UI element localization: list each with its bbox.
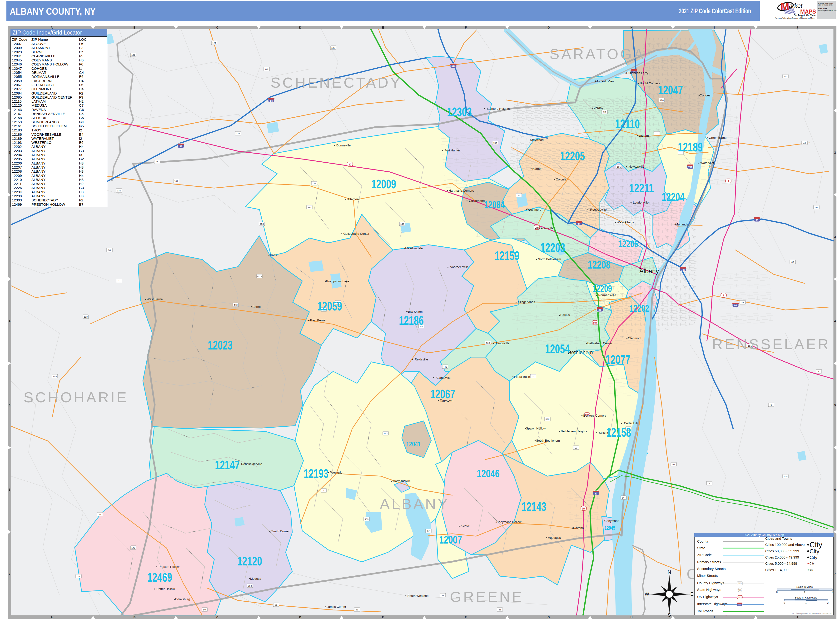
svg-text:State Highways: State Highways xyxy=(697,588,721,592)
svg-text:Slingerlands: Slingerlands xyxy=(518,300,535,304)
svg-text:Maywood: Maywood xyxy=(530,138,544,142)
svg-text:12209: 12209 xyxy=(592,283,612,294)
svg-text:Coeymans Hollow: Coeymans Hollow xyxy=(496,520,522,524)
svg-text:123: 123 xyxy=(738,582,741,585)
svg-text:Hartmans Corners: Hartmans Corners xyxy=(449,189,474,192)
svg-text:90: 90 xyxy=(755,219,758,222)
svg-text:West Albany: West Albany xyxy=(617,220,634,224)
svg-text:US Highways: US Highways xyxy=(697,595,718,599)
svg-text:12023: 12023 xyxy=(208,339,233,352)
svg-text:Boght Corners: Boght Corners xyxy=(640,81,660,85)
svg-text:155: 155 xyxy=(493,142,497,144)
svg-text:City: City xyxy=(810,548,819,555)
svg-text:Guilderland: Guilderland xyxy=(469,199,485,203)
svg-text:12469: 12469 xyxy=(147,571,172,584)
svg-text:12007: 12007 xyxy=(439,533,462,546)
svg-text:Berne: Berne xyxy=(253,305,261,308)
svg-text:12205: 12205 xyxy=(560,149,585,163)
svg-text:Medusa: Medusa xyxy=(250,577,262,580)
svg-text:H: H xyxy=(631,616,633,619)
svg-text:EMAIL US AT:: EMAIL US AT: xyxy=(818,8,827,9)
svg-text:Mckownville: Mckownville xyxy=(537,226,553,230)
svg-text:253: 253 xyxy=(260,223,264,225)
svg-text:12211: 12211 xyxy=(629,181,654,195)
svg-text:County: County xyxy=(697,540,708,543)
svg-text:66: 66 xyxy=(791,261,794,263)
svg-text:12143: 12143 xyxy=(522,500,546,514)
svg-text:145: 145 xyxy=(132,546,135,549)
svg-text:Smith Corner: Smith Corner xyxy=(271,529,290,533)
svg-text:East Berne: East Berne xyxy=(310,318,325,322)
svg-text:Potter Hollow: Potter Hollow xyxy=(156,587,175,591)
svg-text:8: 8 xyxy=(818,370,819,373)
svg-text:397: 397 xyxy=(308,206,311,209)
svg-text:Toll Roads: Toll Roads xyxy=(697,609,713,613)
svg-text:9W: 9W xyxy=(593,321,597,324)
svg-text:12047: 12047 xyxy=(658,83,683,97)
svg-text:443: 443 xyxy=(443,365,447,368)
svg-text:CALL US TOLL FREE!: CALL US TOLL FREE! xyxy=(818,2,833,4)
svg-text:Altamont: Altamont xyxy=(347,197,360,201)
svg-text:Cities 100,000 and Above: Cities 100,000 and Above xyxy=(765,543,804,547)
svg-text:South Westerlo: South Westerlo xyxy=(408,594,429,598)
svg-text:123: 123 xyxy=(738,589,741,591)
svg-text:40: 40 xyxy=(803,142,806,144)
svg-text:1: 1 xyxy=(9,67,10,70)
svg-text:Fort Hunter: Fort Hunter xyxy=(444,148,460,152)
svg-text:Colonie: Colonie xyxy=(556,178,566,181)
svg-text:SCHENECTADY: SCHENECTADY xyxy=(271,74,402,91)
svg-text:Feura Bush: Feura Bush xyxy=(514,375,530,378)
svg-text:America's Leading Source of B: America's Leading Source of Business Map… xyxy=(775,17,815,19)
svg-text:150: 150 xyxy=(783,475,788,478)
svg-text:88: 88 xyxy=(179,145,182,148)
svg-text:2: 2 xyxy=(834,151,836,154)
svg-text:Bethlehem: Bethlehem xyxy=(568,350,593,356)
svg-text:12158: 12158 xyxy=(606,426,631,439)
svg-text:354: 354 xyxy=(248,585,252,587)
svg-text:Preston Hollow: Preston Hollow xyxy=(158,565,179,568)
svg-text:W: W xyxy=(645,591,649,597)
svg-text:Glenmont: Glenmont xyxy=(628,336,641,340)
svg-text:2: 2 xyxy=(827,602,829,604)
svg-text:ALBANY: ALBANY xyxy=(380,496,450,512)
svg-text:12041: 12041 xyxy=(406,440,421,448)
svg-text:143: 143 xyxy=(384,432,387,435)
svg-text:E: E xyxy=(690,591,694,597)
svg-text:5: 5 xyxy=(518,194,519,197)
svg-text:7: 7 xyxy=(9,572,10,576)
svg-text:12067: 12067 xyxy=(430,387,455,401)
svg-text:2021 Albany County, NY Map: 2021 Albany County, NY Map xyxy=(744,533,784,537)
svg-text:City: City xyxy=(810,555,818,560)
svg-text:Knox: Knox xyxy=(270,253,277,257)
svg-text:Westmere: Westmere xyxy=(528,208,541,211)
svg-text:7: 7 xyxy=(656,132,658,135)
svg-text:127: 127 xyxy=(212,42,216,44)
svg-text:B: B xyxy=(133,26,136,29)
svg-text:2: 2 xyxy=(708,482,710,485)
svg-text:S: S xyxy=(668,612,671,618)
svg-text:Voorheesville: Voorheesville xyxy=(450,265,468,269)
svg-text:6: 6 xyxy=(9,488,10,491)
svg-text:mapsales@MarketMAPS.com: mapsales@MarketMAPS.com xyxy=(818,10,836,11)
svg-text:RENSSELAER: RENSSELAER xyxy=(712,336,831,352)
svg-text:I: I xyxy=(714,616,714,619)
svg-text:0: 0 xyxy=(783,602,785,604)
svg-text:9: 9 xyxy=(723,294,724,297)
svg-text:1: 1 xyxy=(834,67,836,70)
svg-text:144: 144 xyxy=(622,496,626,499)
svg-text:4: 4 xyxy=(728,180,729,182)
svg-text:Delmar: Delmar xyxy=(560,313,571,317)
svg-text:A: A xyxy=(51,26,53,29)
svg-text:3: 3 xyxy=(834,235,836,239)
svg-text:Cities and Towns: Cities and Towns xyxy=(765,537,792,540)
svg-text:State: State xyxy=(697,546,705,550)
svg-text:Watervliet: Watervliet xyxy=(700,161,714,165)
svg-text:1: 1 xyxy=(804,591,805,594)
svg-text:20: 20 xyxy=(348,163,351,166)
svg-text:City: City xyxy=(810,562,815,565)
svg-text:1: 1 xyxy=(805,602,807,604)
svg-text:D: D xyxy=(299,26,301,29)
svg-text:88: 88 xyxy=(270,100,273,102)
svg-text:107: 107 xyxy=(331,46,335,49)
svg-text:146: 146 xyxy=(401,223,404,225)
